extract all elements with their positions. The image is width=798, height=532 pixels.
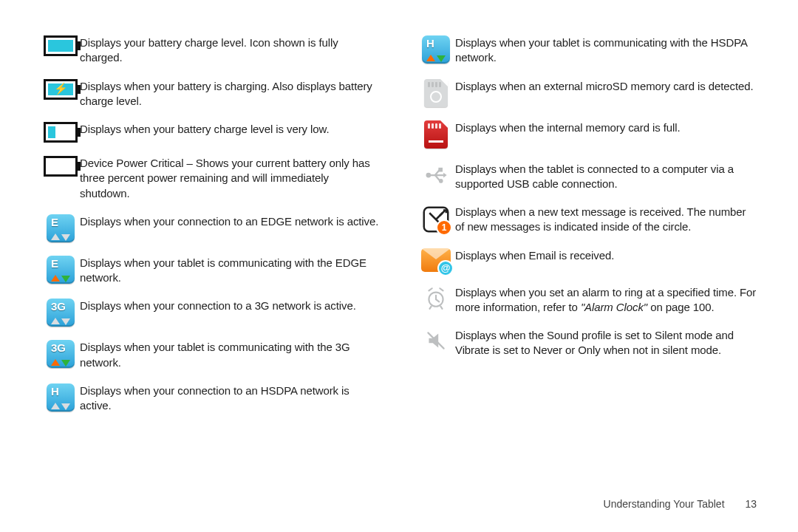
email-badge: @ [437,260,454,276]
icon-description-row: Device Power Critical – Shows your curre… [41,156,381,201]
sd-card-icon [424,79,448,107]
icon-cell [417,328,455,356]
icon-description-row: Displays when an external microSD memory… [417,79,757,107]
icon-cell: H [417,35,455,64]
icon-description: Displays when the tablet is connected to… [455,162,757,192]
manual-page: Displays your battery charge level. Icon… [0,0,798,532]
icon-description: Displays when you set an alarm to ring a… [455,285,757,316]
icon-description-row: Displays your battery charge level. Icon… [41,35,381,66]
content-columns: Displays your battery charge level. Icon… [41,35,757,489]
battery-critical-icon [44,156,78,177]
icon-description: Device Power Critical – Shows your curre… [80,156,381,201]
icon-cell: E [41,256,80,284]
icon-cell: 1 [417,205,455,234]
icon-description: Displays when your tablet is communicati… [455,35,757,66]
mute-icon [423,328,449,356]
icon-cell [417,162,455,191]
reference-link: "Alarm Clock" [581,301,647,313]
message-badge: 1 [436,219,452,236]
icon-description-row: E Displays when your connection to an ED… [41,214,381,242]
icon-description: Displays when the Sound profile is set t… [455,328,757,358]
icon-cell: ⚡ [41,79,80,100]
svg-rect-1 [438,167,443,171]
left-column: Displays your battery charge level. Icon… [41,35,381,489]
footer-page-number: 13 [745,498,757,510]
threeg-active-icon: 3G [47,340,75,368]
right-column: H Displays when your tablet is communica… [417,35,757,489]
message-icon: 1 [421,205,451,234]
icon-cell: H [41,383,80,412]
icon-description-row: Displays when the tablet is connected to… [417,162,757,192]
hsdpa-idle-icon: H [47,383,75,412]
icon-cell: @ [417,248,455,272]
icon-description: Displays when your battery charge level … [80,122,381,137]
svg-point-2 [439,179,443,183]
icon-description: Displays when a new text message is rece… [455,205,757,235]
icon-description-row: H Displays when your connection to an HS… [41,383,381,414]
icon-description: Displays when the internal memory card i… [455,120,757,135]
icon-description: Displays when your connection to an EDGE… [80,214,381,229]
icon-description-row: 3G Displays when your tablet is communic… [41,340,381,370]
icon-cell [41,122,80,143]
icon-description-row: Displays when you set an alarm to ring a… [417,285,757,316]
icon-description: Displays when your connection to a 3G ne… [80,299,381,313]
page-footer: Understanding Your Tablet 13 [41,489,757,510]
icon-cell [417,285,455,313]
icon-cell [417,120,455,149]
icon-description: Displays when your connection to an HSDP… [80,383,381,414]
hsdpa-active-icon: H [422,35,450,64]
icon-description: Displays when Email is received. [455,248,757,263]
edge-idle-icon: E [47,214,75,242]
icon-description-row: E Displays when your tablet is communica… [41,256,381,286]
icon-description-row: Displays when the internal memory card i… [417,120,757,149]
icon-cell: 3G [41,299,80,327]
icon-description: Displays when your tablet is communicati… [80,340,381,370]
icon-cell [41,156,80,177]
footer-section: Understanding Your Tablet [604,498,725,510]
email-icon: @ [421,248,451,272]
icon-cell [417,79,455,107]
icon-description-row: @Displays when Email is received. [417,248,757,272]
sd-card-full-icon [424,120,448,149]
icon-description-row: ⚡Displays when your battery is charging.… [41,79,381,109]
icon-cell: 3G [41,340,80,368]
icon-description-row: 1Displays when a new text message is rec… [417,205,757,235]
icon-description-row: Displays when the Sound profile is set t… [417,328,757,358]
icon-description-row: 3G Displays when your connection to a 3G… [41,299,381,327]
icon-cell: E [41,214,80,242]
battery-low-icon [44,122,78,143]
alarm-icon [423,285,449,313]
icon-description: Displays when an external microSD memory… [455,79,757,94]
icon-description: Displays when your battery is charging. … [80,79,381,109]
battery-charging-icon: ⚡ [44,79,78,100]
icon-description: Displays your battery charge level. Icon… [80,35,381,66]
usb-icon [423,162,449,191]
edge-active-icon: E [47,256,75,284]
icon-description: Displays when your tablet is communicati… [80,256,381,286]
icon-cell [41,35,80,56]
icon-description-row: Displays when your battery charge level … [41,122,381,143]
battery-full-icon [44,35,78,56]
threeg-idle-icon: 3G [47,299,75,327]
icon-description-row: H Displays when your tablet is communica… [417,35,757,66]
